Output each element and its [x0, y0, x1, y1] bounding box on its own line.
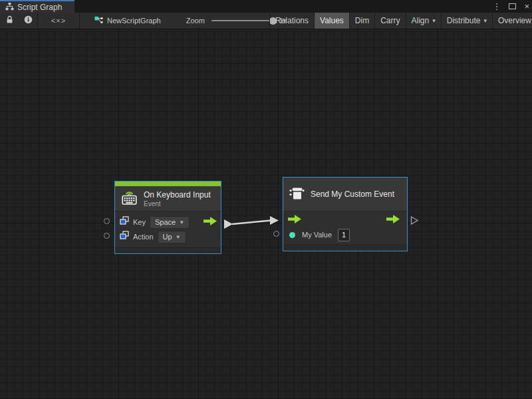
tab-script-graph[interactable]: Script Graph — [0, 0, 74, 13]
node-footer — [115, 247, 221, 253]
toolbar-separator — [79, 13, 80, 29]
port-label-key: Key — [133, 218, 146, 226]
port-row-control — [283, 213, 407, 227]
relations-button[interactable]: Relations — [269, 13, 314, 29]
port-label-my-value: My Value — [302, 231, 332, 239]
tab-title: Script Graph — [17, 3, 62, 12]
info-icon — [24, 15, 33, 26]
values-button[interactable]: Values — [314, 13, 349, 29]
custom-event-icon — [289, 185, 305, 204]
code-view-toggle-button[interactable]: <×> — [38, 13, 79, 29]
lock-button[interactable] — [0, 13, 19, 29]
value-port-dot-icon[interactable] — [289, 232, 295, 238]
node-title: Send My Custom Event — [311, 190, 394, 199]
node-title: On Keyboard Input — [144, 190, 211, 200]
my-value-input-port-circle[interactable] — [273, 231, 279, 237]
kebab-menu-icon[interactable]: ⋮ — [492, 2, 501, 11]
tab-bar: Script Graph ⋮ × — [0, 0, 532, 13]
action-input-port-circle[interactable] — [104, 233, 110, 239]
port-row-action: Action Up ▼ — [115, 229, 221, 244]
control-input-port-arrow[interactable] — [288, 214, 301, 226]
event-color-bar — [115, 182, 221, 186]
port-row-my-value: My Value 1 — [283, 227, 407, 242]
node-subtitle: Event — [144, 200, 211, 207]
graph-canvas[interactable]: On Keyboard Input Event Key Space ▼ — [0, 29, 532, 399]
node-send-my-custom-event[interactable]: Send My Custom Event My Value 1 — [283, 177, 408, 251]
action-dropdown[interactable]: Up ▼ — [158, 231, 186, 243]
code-view-icon: <×> — [51, 17, 66, 25]
enum-type-icon — [120, 216, 129, 228]
node-on-keyboard-input[interactable]: On Keyboard Input Event Key Space ▼ — [114, 181, 221, 254]
control-output-port-arrow[interactable] — [386, 214, 400, 226]
node-body: Key Space ▼ Action Up — [115, 211, 221, 247]
graph-hierarchy-icon — [5, 2, 14, 13]
enum-type-icon — [120, 231, 129, 243]
lock-icon — [6, 15, 13, 26]
align-dropdown-button[interactable]: Align ▾ — [406, 13, 441, 29]
toolbar-toggle-buttons: Relations Values Dim Carry Align ▾ Distr… — [269, 13, 532, 29]
window-controls: ⋮ × — [492, 0, 529, 13]
close-icon[interactable]: × — [524, 2, 529, 11]
zoom-label: Zoom — [186, 17, 205, 25]
control-output-port-arrow[interactable] — [203, 216, 217, 228]
chevron-down-icon: ▾ — [483, 17, 487, 24]
graph-toolbar: <×> NewScriptGraph Zoom 1x Relations Val… — [0, 13, 532, 29]
inspector-info-button[interactable] — [19, 13, 37, 29]
maximize-icon[interactable] — [509, 3, 516, 9]
graph-breadcrumb[interactable]: NewScriptGraph — [94, 16, 161, 26]
port-row-key: Key Space ▼ — [115, 215, 221, 229]
chevron-down-icon: ▼ — [179, 219, 184, 225]
distribute-dropdown-button[interactable]: Distribute ▾ — [441, 13, 492, 29]
node-header[interactable]: On Keyboard Input Event — [115, 186, 221, 211]
key-input-port-circle[interactable] — [104, 218, 110, 224]
script-graph-asset-icon — [94, 16, 103, 26]
keyboard-event-icon — [120, 188, 138, 209]
dim-button[interactable]: Dim — [349, 13, 374, 29]
port-label-action: Action — [133, 233, 154, 241]
node-footer — [283, 245, 407, 251]
my-value-input[interactable]: 1 — [338, 229, 350, 241]
connection-wire[interactable] — [0, 29, 532, 399]
node-header[interactable]: Send My Custom Event — [283, 178, 407, 211]
overview-button[interactable]: Overview — [492, 13, 532, 29]
graph-name: NewScriptGraph — [107, 17, 161, 25]
chevron-down-icon: ▾ — [432, 17, 436, 24]
carry-button[interactable]: Carry — [374, 13, 405, 29]
chevron-down-icon: ▼ — [176, 234, 181, 240]
zoom-slider[interactable] — [211, 20, 275, 21]
unconnected-output-port-triangle[interactable] — [410, 215, 419, 228]
node-body: My Value 1 — [283, 211, 407, 245]
key-dropdown[interactable]: Space ▼ — [150, 216, 190, 229]
